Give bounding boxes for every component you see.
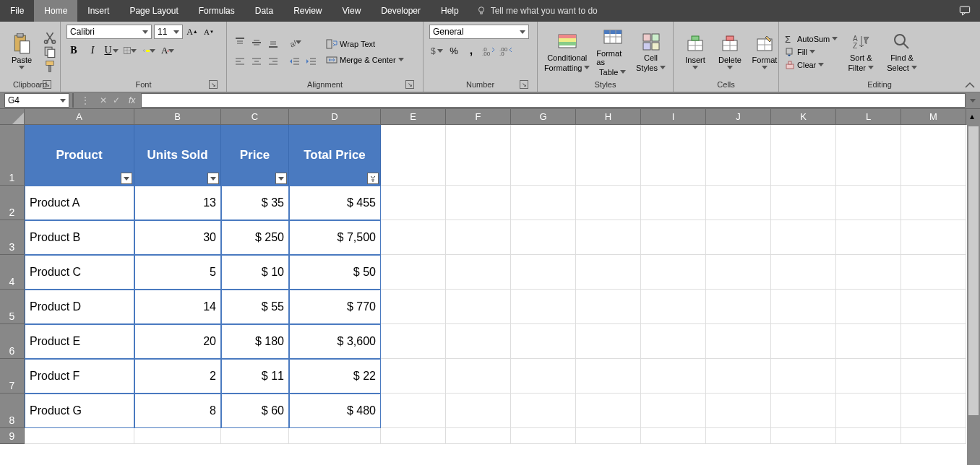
increase-decimal-icon[interactable]: .0.00 bbox=[481, 43, 496, 58]
menu-tab-insert[interactable]: Insert bbox=[77, 0, 119, 22]
comments-icon[interactable] bbox=[958, 5, 971, 17]
row-header-3[interactable]: 3 bbox=[0, 220, 25, 255]
font-dialog-launcher[interactable]: ↘ bbox=[209, 80, 218, 89]
namebar-menu-icon[interactable]: ⋮ bbox=[77, 95, 94, 105]
menu-tab-data[interactable]: Data bbox=[245, 0, 283, 22]
percent-format-icon[interactable]: % bbox=[447, 43, 461, 58]
scroll-up-icon[interactable]: ▴ bbox=[970, 111, 974, 121]
table-cell[interactable]: $ 250 bbox=[221, 220, 289, 255]
col-header-J[interactable]: J bbox=[706, 109, 771, 125]
menu-tab-review[interactable]: Review bbox=[283, 0, 332, 22]
font-color-button[interactable]: A bbox=[160, 43, 175, 58]
number-format-select[interactable]: General bbox=[429, 25, 529, 39]
row-headers[interactable]: 123456789 bbox=[0, 125, 25, 444]
menu-tab-file[interactable]: File bbox=[0, 0, 34, 22]
table-cell[interactable]: $ 60 bbox=[221, 394, 289, 428]
copy-icon[interactable] bbox=[43, 45, 56, 58]
table-cell[interactable]: Product C bbox=[25, 255, 134, 290]
col-header-E[interactable]: E bbox=[381, 109, 446, 125]
enter-formula-icon[interactable]: ✓ bbox=[113, 95, 120, 105]
font-size-select[interactable]: 11 bbox=[154, 25, 183, 39]
table-cell[interactable]: $ 11 bbox=[221, 359, 289, 394]
font-name-select[interactable]: Calibri bbox=[66, 25, 152, 39]
italic-button[interactable]: I bbox=[85, 43, 100, 58]
number-dialog-launcher[interactable]: ↘ bbox=[520, 80, 528, 89]
menu-tab-help[interactable]: Help bbox=[431, 0, 469, 22]
table-cell[interactable]: $ 480 bbox=[289, 394, 381, 428]
filter-button[interactable] bbox=[207, 173, 219, 184]
collapse-ribbon-icon[interactable] bbox=[964, 82, 976, 89]
table-cell[interactable]: $ 35 bbox=[221, 186, 289, 220]
row-header-1[interactable]: 1 bbox=[0, 125, 25, 186]
align-top-icon[interactable] bbox=[233, 35, 247, 50]
find-select-button[interactable]: Find & Select bbox=[884, 30, 920, 74]
format-as-table-button[interactable]: Format as Table bbox=[593, 26, 632, 78]
row-header-5[interactable]: 5 bbox=[0, 290, 25, 324]
filter-button[interactable] bbox=[275, 173, 287, 184]
name-box[interactable]: G4 bbox=[4, 93, 69, 108]
menu-tab-view[interactable]: View bbox=[332, 0, 371, 22]
formula-bar-input[interactable] bbox=[141, 93, 966, 108]
table-header-price[interactable]: Price bbox=[221, 125, 289, 186]
table-cell[interactable]: $ 180 bbox=[221, 324, 289, 359]
accounting-format-icon[interactable]: $ bbox=[429, 43, 444, 58]
menu-tab-page-layout[interactable]: Page Layout bbox=[119, 0, 188, 22]
orientation-icon[interactable]: ab bbox=[288, 35, 302, 50]
borders-button[interactable] bbox=[123, 43, 137, 58]
align-center-icon[interactable] bbox=[249, 54, 264, 69]
tell-me[interactable]: Tell me what you want to do bbox=[476, 6, 598, 16]
table-cell[interactable]: 14 bbox=[134, 290, 221, 324]
row-header-9[interactable]: 9 bbox=[0, 428, 25, 444]
cell-styles-button[interactable]: Cell Styles bbox=[635, 30, 667, 74]
table-cell[interactable]: 13 bbox=[134, 186, 221, 220]
cut-icon[interactable] bbox=[43, 31, 56, 44]
table-cell[interactable]: $ 455 bbox=[289, 186, 381, 220]
conditional-formatting-button[interactable]: Conditional Formatting bbox=[543, 30, 590, 74]
col-header-I[interactable]: I bbox=[641, 109, 706, 125]
vertical-scrollbar[interactable]: ▴ bbox=[967, 109, 980, 465]
decrease-decimal-icon[interactable]: .00.0 bbox=[499, 43, 513, 58]
col-header-M[interactable]: M bbox=[901, 109, 966, 125]
table-cell[interactable]: 8 bbox=[134, 394, 221, 428]
col-header-F[interactable]: F bbox=[446, 109, 511, 125]
menu-tab-home[interactable]: Home bbox=[34, 0, 77, 22]
table-cell[interactable]: $ 50 bbox=[289, 255, 381, 290]
col-header-L[interactable]: L bbox=[836, 109, 901, 125]
col-header-H[interactable]: H bbox=[576, 109, 641, 125]
row-header-8[interactable]: 8 bbox=[0, 394, 25, 428]
col-header-C[interactable]: C bbox=[221, 109, 289, 125]
table-cell[interactable]: 2 bbox=[134, 359, 221, 394]
cancel-formula-icon[interactable]: ✕ bbox=[100, 95, 107, 105]
table-cell[interactable]: $ 10 bbox=[221, 255, 289, 290]
table-cell[interactable]: $ 7,500 bbox=[289, 220, 381, 255]
table-cell[interactable]: $ 22 bbox=[289, 359, 381, 394]
col-header-A[interactable]: A bbox=[25, 109, 134, 125]
col-header-B[interactable]: B bbox=[134, 109, 221, 125]
wrap-text-button[interactable]: Wrap Text bbox=[326, 38, 404, 50]
fx-icon[interactable]: fx bbox=[129, 95, 135, 105]
table-header-product[interactable]: Product bbox=[25, 125, 134, 186]
clear-button[interactable]: Clear bbox=[785, 60, 838, 70]
decrease-indent-icon[interactable] bbox=[288, 54, 302, 69]
fill-color-button[interactable] bbox=[142, 43, 156, 58]
autosum-button[interactable]: ΣAutoSum bbox=[785, 34, 838, 44]
table-cell[interactable]: $ 3,600 bbox=[289, 324, 381, 359]
scroll-thumb[interactable] bbox=[968, 126, 979, 415]
table-cell[interactable]: Product E bbox=[25, 324, 134, 359]
insert-cells-button[interactable]: Insert bbox=[679, 32, 711, 71]
bold-button[interactable]: B bbox=[66, 43, 81, 58]
table-cell[interactable]: Product F bbox=[25, 359, 134, 394]
fill-button[interactable]: Fill bbox=[785, 47, 838, 57]
sort-filter-button[interactable]: AZ Sort & Filter bbox=[845, 30, 877, 74]
format-cells-button[interactable]: Format bbox=[749, 32, 781, 71]
align-right-icon[interactable] bbox=[266, 54, 280, 69]
paste-button[interactable]: Paste bbox=[6, 32, 38, 71]
table-header-total-price[interactable]: Total Price bbox=[289, 125, 381, 186]
menu-tab-formulas[interactable]: Formulas bbox=[189, 0, 245, 22]
increase-indent-icon[interactable] bbox=[304, 54, 319, 69]
align-middle-icon[interactable] bbox=[249, 35, 264, 50]
expand-formula-bar-icon[interactable] bbox=[970, 99, 976, 103]
delete-cells-button[interactable]: Delete bbox=[714, 32, 746, 71]
align-left-icon[interactable] bbox=[233, 54, 247, 69]
alignment-dialog-launcher[interactable]: ↘ bbox=[405, 80, 414, 89]
